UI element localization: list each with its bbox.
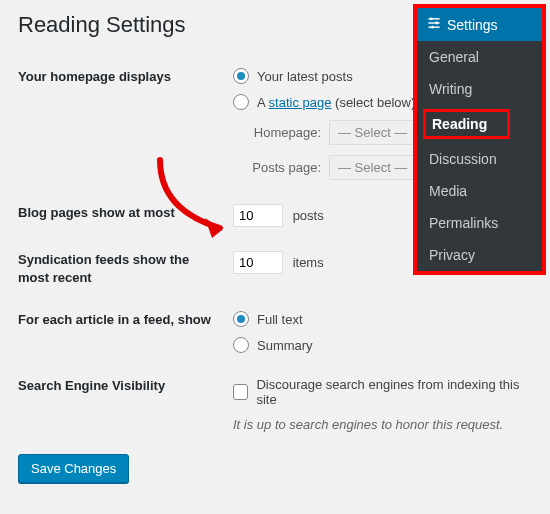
radio-static-page-input[interactable] [233,94,249,110]
label-feed: For each article in a feed, show [18,311,233,353]
sidebar-item-general[interactable]: General [417,41,542,73]
sidebar-item-discussion[interactable]: Discussion [417,143,542,175]
radio-latest-posts-label: Your latest posts [257,69,353,84]
sidebar-item-writing[interactable]: Writing [417,73,542,105]
sidebar-item-reading-wrap: Reading [417,105,542,143]
visibility-checkbox[interactable] [233,384,248,400]
sidebar-header[interactable]: Settings [417,8,542,41]
sidebar-item-reading[interactable]: Reading [423,109,510,139]
sliders-icon [427,16,441,33]
radio-full-text-input[interactable] [233,311,249,327]
syndication-input[interactable] [233,251,283,274]
label-syndication: Syndication feeds show the most recent [18,251,233,287]
radio-full-text[interactable]: Full text [233,311,532,327]
row-feed: For each article in a feed, show Full te… [18,299,532,365]
blogpages-input[interactable] [233,204,283,227]
radio-static-page-label: A static page (select below) [257,95,415,110]
static-page-link[interactable]: static page [269,95,332,110]
homepage-select-label: Homepage: [233,125,321,140]
blogpages-unit: posts [293,208,324,223]
radio-full-text-label: Full text [257,312,303,327]
label-visibility: Search Engine Visibility [18,377,233,432]
radio-summary[interactable]: Summary [233,337,532,353]
sidebar-title: Settings [447,17,498,33]
radio-summary-label: Summary [257,338,313,353]
postspage-select-label: Posts page: [233,160,321,175]
svg-point-4 [435,22,438,25]
label-blogpages: Blog pages show at most [18,204,233,227]
visibility-checkbox-label: Discourage search engines from indexing … [256,377,532,407]
row-visibility: Search Engine Visibility Discourage sear… [18,365,532,444]
label-homepage: Your homepage displays [18,68,233,180]
svg-point-3 [430,17,433,20]
sidebar-item-privacy[interactable]: Privacy [417,239,542,271]
sidebar-item-media[interactable]: Media [417,175,542,207]
radio-latest-posts-input[interactable] [233,68,249,84]
settings-sidebar: Settings General Writing Reading Discuss… [413,4,546,275]
syndication-unit: items [293,255,324,270]
radio-summary-input[interactable] [233,337,249,353]
save-button[interactable]: Save Changes [18,454,129,483]
visibility-checkbox-row[interactable]: Discourage search engines from indexing … [233,377,532,407]
visibility-note: It is up to search engines to honor this… [233,417,532,432]
sidebar-item-permalinks[interactable]: Permalinks [417,207,542,239]
svg-point-5 [431,26,434,29]
